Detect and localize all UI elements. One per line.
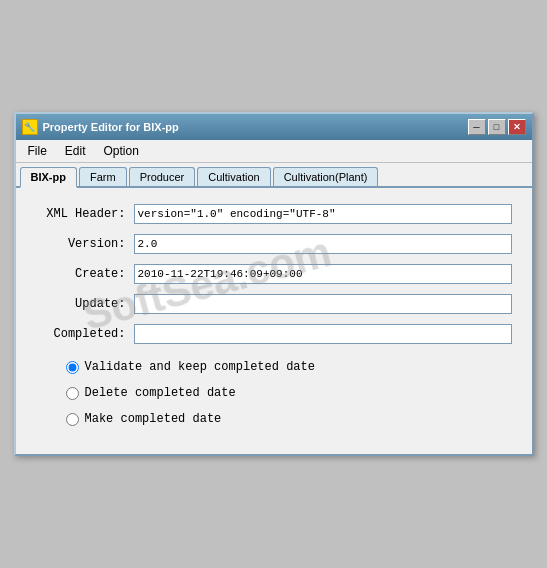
radio-make[interactable] — [66, 413, 79, 426]
menu-file[interactable]: File — [20, 142, 55, 160]
radio-make-label[interactable]: Make completed date — [85, 412, 222, 426]
update-input[interactable] — [134, 294, 512, 314]
update-label: Update: — [36, 297, 126, 311]
xml-header-input[interactable] — [134, 204, 512, 224]
radio-row-1: Validate and keep completed date — [66, 360, 512, 374]
radio-delete-label[interactable]: Delete completed date — [85, 386, 236, 400]
version-row: Version: — [36, 234, 512, 254]
tab-cultivation[interactable]: Cultivation — [197, 167, 270, 186]
version-label: Version: — [36, 237, 126, 251]
radio-delete[interactable] — [66, 387, 79, 400]
title-buttons: ─ □ ✕ — [468, 119, 526, 135]
radio-row-2: Delete completed date — [66, 386, 512, 400]
content-area: XML Header: Version: Create: Update: Com… — [16, 188, 532, 454]
completed-input[interactable] — [134, 324, 512, 344]
window-title: Property Editor for BIX-pp — [43, 121, 179, 133]
completed-label: Completed: — [36, 327, 126, 341]
xml-header-row: XML Header: — [36, 204, 512, 224]
xml-header-label: XML Header: — [36, 207, 126, 221]
tab-bix-pp[interactable]: BIX-pp — [20, 167, 77, 188]
main-window: 🔧 Property Editor for BIX-pp ─ □ ✕ File … — [14, 112, 534, 456]
window-icon: 🔧 — [22, 119, 38, 135]
menu-bar: File Edit Option — [16, 140, 532, 163]
maximize-button[interactable]: □ — [488, 119, 506, 135]
radio-validate-label[interactable]: Validate and keep completed date — [85, 360, 315, 374]
radio-group: Validate and keep completed date Delete … — [36, 360, 512, 426]
tab-producer[interactable]: Producer — [129, 167, 196, 186]
title-bar: 🔧 Property Editor for BIX-pp ─ □ ✕ — [16, 114, 532, 140]
create-label: Create: — [36, 267, 126, 281]
tab-bar: BIX-pp Farm Producer Cultivation Cultiva… — [16, 163, 532, 188]
radio-validate[interactable] — [66, 361, 79, 374]
radio-row-3: Make completed date — [66, 412, 512, 426]
create-input[interactable] — [134, 264, 512, 284]
completed-row: Completed: — [36, 324, 512, 344]
menu-edit[interactable]: Edit — [57, 142, 94, 160]
menu-option[interactable]: Option — [96, 142, 147, 160]
minimize-button[interactable]: ─ — [468, 119, 486, 135]
update-row: Update: — [36, 294, 512, 314]
tab-farm[interactable]: Farm — [79, 167, 127, 186]
create-row: Create: — [36, 264, 512, 284]
version-input[interactable] — [134, 234, 512, 254]
title-bar-left: 🔧 Property Editor for BIX-pp — [22, 119, 179, 135]
close-button[interactable]: ✕ — [508, 119, 526, 135]
tab-cultivation-plant[interactable]: Cultivation(Plant) — [273, 167, 379, 186]
